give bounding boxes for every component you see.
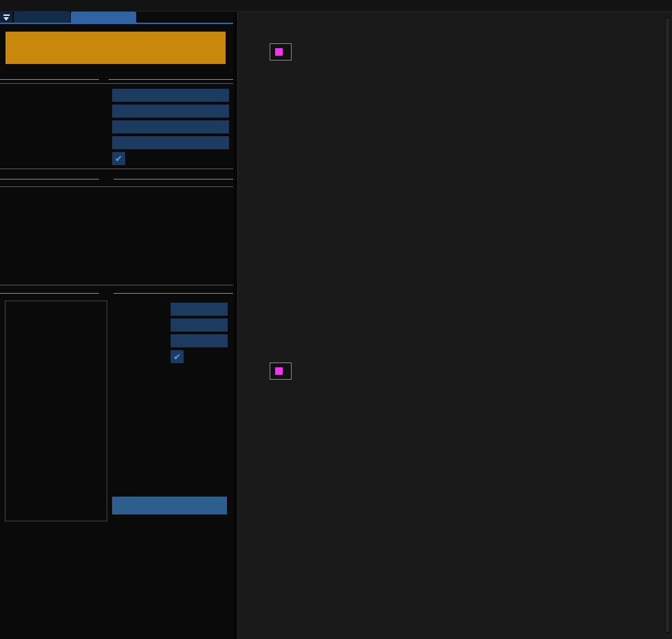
plot-scrollbar[interactable] [665, 17, 670, 633]
menu-options[interactable] [19, 0, 31, 12]
tab-overflow-button[interactable] [0, 12, 12, 23]
tab-list-arrow-icon [3, 14, 10, 21]
export-csv-button[interactable] [112, 497, 227, 515]
plot-panel [237, 12, 672, 639]
tab-bar [0, 12, 233, 24]
markers-checkbox[interactable] [171, 350, 184, 363]
num-elements-swatch-icon [275, 367, 283, 375]
trace-prescaler-input[interactable] [112, 105, 229, 118]
statistics-select[interactable] [171, 334, 228, 347]
trigger-channel-select[interactable] [112, 120, 229, 133]
trigger-level-input[interactable] [112, 136, 229, 149]
separator [0, 186, 233, 187]
separator [0, 285, 233, 285]
app-window [0, 0, 672, 639]
domain-select[interactable] [171, 318, 228, 332]
separator [0, 83, 233, 84]
plots-canvas[interactable] [238, 12, 672, 639]
tab-var-viewer[interactable] [14, 12, 70, 23]
tab-underline [0, 23, 233, 24]
indicators-header [0, 174, 233, 184]
menu-bar [0, 0, 672, 12]
menu-help[interactable] [45, 0, 58, 12]
menu-window[interactable] [33, 0, 45, 12]
top-plot-legend[interactable] [270, 43, 292, 61]
left-sidebar [0, 12, 233, 639]
memcpy-swatch-icon [275, 48, 283, 56]
acquisition-state-button[interactable] [6, 32, 226, 64]
channels-header [0, 288, 233, 298]
core-frequency-input[interactable] [112, 89, 229, 102]
menu-file[interactable] [0, 0, 12, 12]
should-reset-checkbox[interactable] [112, 152, 125, 165]
alias-input[interactable] [171, 303, 228, 316]
settings-header [0, 74, 233, 84]
bottom-plot-legend[interactable] [270, 362, 292, 380]
tab-trace-viewer[interactable] [71, 12, 136, 23]
channels-list [5, 301, 107, 521]
separator [0, 169, 233, 169]
